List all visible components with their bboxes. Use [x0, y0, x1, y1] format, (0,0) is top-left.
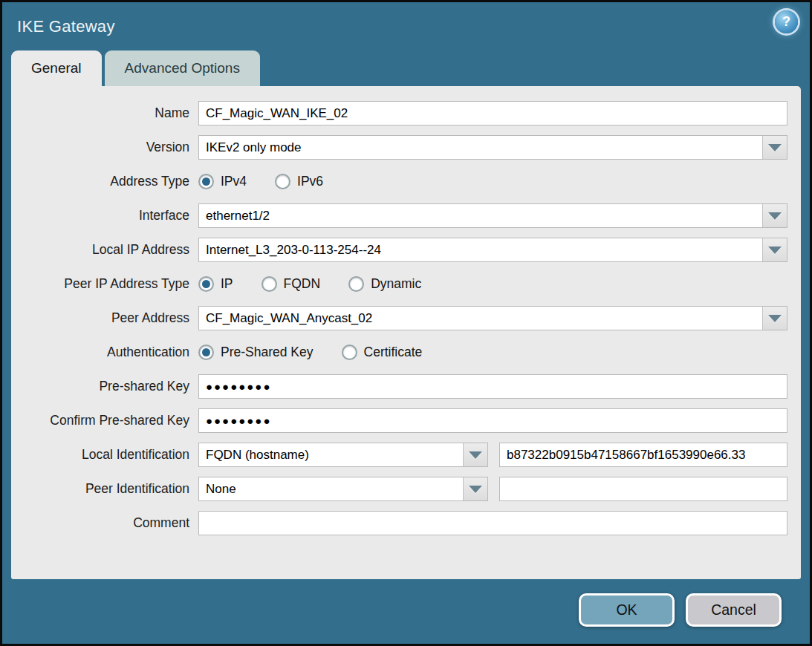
local-ip-value[interactable]: Internet_L3_203-0-113-254--24 [199, 238, 762, 261]
page-title: IKE Gateway [17, 17, 115, 36]
psk-label: Pre-shared Key [11, 379, 198, 394]
chevron-down-icon [768, 212, 782, 220]
radio-pre-shared-key-label: Pre-Shared Key [221, 345, 314, 360]
radio-peer-fqdn[interactable]: FQDN [262, 276, 321, 292]
local-identification-dropdown-button[interactable] [463, 443, 487, 466]
local-ip-row: Local IP Address Internet_L3_203-0-113-2… [11, 238, 787, 262]
peer-address-dropdown-button[interactable] [762, 307, 787, 330]
radio-certificate-label: Certificate [364, 345, 423, 360]
version-label: Version [11, 140, 198, 155]
confirm-psk-input[interactable] [198, 408, 787, 433]
peer-address-select[interactable]: CF_Magic_WAN_Anycast_02 [198, 306, 787, 330]
local-ip-dropdown-button[interactable] [762, 238, 787, 261]
peer-identification-type-value[interactable]: None [199, 477, 463, 500]
confirm-psk-label: Confirm Pre-shared Key [11, 413, 198, 428]
authentication-label: Authentication [11, 345, 198, 360]
radio-certificate-icon[interactable] [342, 345, 357, 360]
chevron-down-icon [469, 486, 482, 493]
ike-gateway-dialog: IKE Gateway ? General Advanced Options N… [0, 0, 812, 646]
chevron-down-icon [768, 144, 782, 151]
peer-identification-type-select[interactable]: None [198, 477, 488, 501]
comment-label: Comment [11, 515, 198, 531]
footer: OK Cancel [2, 579, 810, 627]
version-select[interactable]: IKEv2 only mode [198, 135, 787, 160]
radio-certificate[interactable]: Certificate [342, 345, 423, 360]
name-input[interactable] [198, 101, 787, 125]
local-identification-type-select[interactable]: FQDN (hostname) [198, 443, 488, 467]
radio-pre-shared-key-icon[interactable] [198, 345, 214, 360]
interface-dropdown-button[interactable] [762, 204, 787, 227]
chevron-down-icon [768, 247, 782, 254]
local-identification-type-value[interactable]: FQDN (hostname) [199, 443, 463, 466]
general-tab-panel: Name Version IKEv2 only mode Address Typ… [11, 86, 801, 579]
radio-ipv4-label: IPv4 [221, 174, 247, 189]
local-ip-label: Local IP Address [11, 242, 198, 258]
comment-input[interactable] [198, 511, 787, 535]
peer-ip-type-label: Peer IP Address Type [11, 276, 198, 292]
local-identification-label: Local Identification [11, 447, 198, 463]
radio-peer-dynamic[interactable]: Dynamic [348, 276, 421, 292]
radio-ipv6-label: IPv6 [297, 174, 323, 189]
tab-advanced-options[interactable]: Advanced Options [105, 50, 260, 86]
cancel-button[interactable]: Cancel [686, 593, 782, 627]
radio-peer-fqdn-icon[interactable] [262, 276, 277, 292]
peer-address-label: Peer Address [11, 310, 198, 326]
radio-peer-dynamic-icon[interactable] [348, 276, 364, 292]
radio-peer-ip-label: IP [221, 276, 233, 292]
peer-identification-label: Peer Identification [11, 481, 198, 497]
radio-peer-fqdn-label: FQDN [284, 276, 321, 292]
radio-ipv6[interactable]: IPv6 [275, 174, 323, 189]
tab-bar: General Advanced Options [11, 50, 810, 86]
local-identification-value-input[interactable] [499, 443, 787, 467]
chevron-down-icon [768, 315, 782, 322]
peer-address-value[interactable]: CF_Magic_WAN_Anycast_02 [199, 307, 762, 330]
name-row: Name [11, 101, 787, 125]
tab-general[interactable]: General [11, 50, 102, 86]
psk-input[interactable] [198, 374, 787, 399]
interface-value[interactable]: ethernet1/2 [199, 204, 762, 227]
address-type-row: Address Type IPv4 IPv6 [11, 169, 787, 194]
peer-identification-value-input[interactable] [499, 477, 787, 501]
local-ip-select[interactable]: Internet_L3_203-0-113-254--24 [198, 238, 787, 262]
radio-ipv4[interactable]: IPv4 [198, 174, 247, 189]
peer-address-row: Peer Address CF_Magic_WAN_Anycast_02 [11, 306, 787, 330]
help-icon[interactable]: ? [775, 10, 798, 33]
radio-peer-dynamic-label: Dynamic [371, 276, 421, 292]
address-type-label: Address Type [11, 174, 198, 189]
radio-peer-ip[interactable]: IP [198, 276, 233, 292]
interface-label: Interface [11, 208, 198, 224]
chevron-down-icon [469, 451, 482, 459]
psk-row: Pre-shared Key [11, 374, 787, 399]
authentication-row: Authentication Pre-Shared Key Certificat… [11, 340, 787, 365]
peer-ip-type-row: Peer IP Address Type IP FQDN Dynamic [11, 272, 787, 296]
ok-button[interactable]: OK [579, 593, 675, 627]
comment-row: Comment [11, 511, 787, 535]
interface-row: Interface ethernet1/2 [11, 203, 787, 228]
version-value[interactable]: IKEv2 only mode [199, 136, 762, 159]
version-row: Version IKEv2 only mode [11, 135, 787, 160]
radio-ipv6-icon[interactable] [275, 174, 290, 189]
peer-identification-dropdown-button[interactable] [463, 477, 487, 500]
name-label: Name [11, 105, 198, 121]
local-identification-row: Local Identification FQDN (hostname) [11, 443, 787, 467]
radio-peer-ip-icon[interactable] [198, 276, 214, 292]
interface-select[interactable]: ethernet1/2 [198, 203, 787, 228]
radio-pre-shared-key[interactable]: Pre-Shared Key [198, 345, 314, 360]
version-dropdown-button[interactable] [762, 136, 787, 159]
peer-identification-row: Peer Identification None [11, 477, 787, 501]
confirm-psk-row: Confirm Pre-shared Key [11, 408, 787, 433]
radio-ipv4-icon[interactable] [198, 174, 214, 189]
title-bar: IKE Gateway ? [2, 2, 810, 50]
